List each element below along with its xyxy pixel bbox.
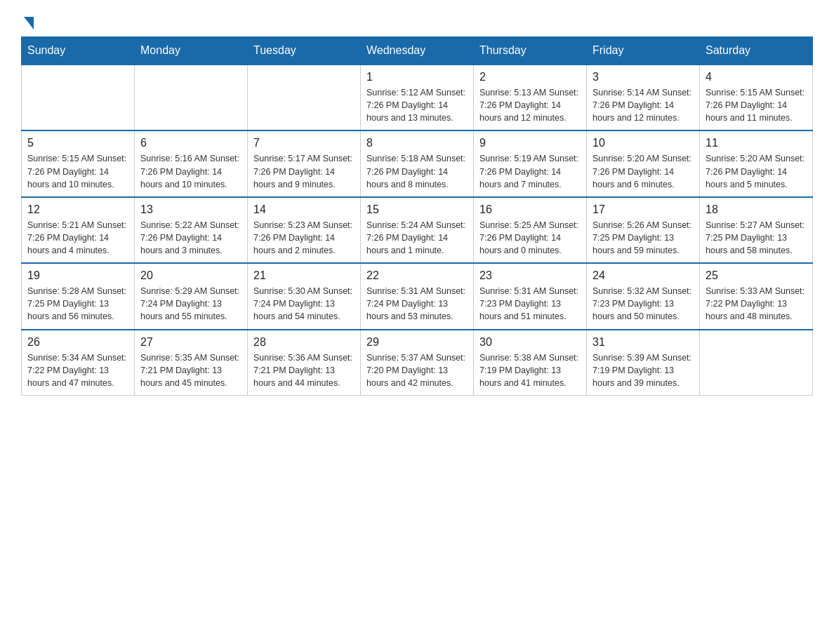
header-monday: Monday <box>135 37 248 65</box>
day-info: Sunrise: 5:32 AM Sunset: 7:23 PM Dayligh… <box>593 285 694 323</box>
calendar-cell: 16Sunrise: 5:25 AM Sunset: 7:26 PM Dayli… <box>474 197 587 263</box>
calendar-cell: 29Sunrise: 5:37 AM Sunset: 7:20 PM Dayli… <box>361 330 474 396</box>
day-number: 7 <box>253 137 355 149</box>
calendar-cell: 31Sunrise: 5:39 AM Sunset: 7:19 PM Dayli… <box>587 330 700 396</box>
day-info: Sunrise: 5:20 AM Sunset: 7:26 PM Dayligh… <box>593 152 694 190</box>
calendar-cell: 22Sunrise: 5:31 AM Sunset: 7:24 PM Dayli… <box>361 263 474 329</box>
calendar-week-row: 12Sunrise: 5:21 AM Sunset: 7:26 PM Dayli… <box>22 197 813 263</box>
day-info: Sunrise: 5:27 AM Sunset: 7:25 PM Dayligh… <box>706 219 807 257</box>
day-info: Sunrise: 5:24 AM Sunset: 7:26 PM Dayligh… <box>366 219 468 257</box>
calendar-cell: 4Sunrise: 5:15 AM Sunset: 7:26 PM Daylig… <box>700 65 813 130</box>
page-header <box>21 14 813 29</box>
day-number: 3 <box>593 71 694 83</box>
calendar-cell: 5Sunrise: 5:15 AM Sunset: 7:26 PM Daylig… <box>22 130 135 196</box>
day-number: 12 <box>27 203 128 216</box>
day-number: 31 <box>593 336 694 349</box>
day-number: 11 <box>706 137 807 149</box>
day-number: 17 <box>593 203 694 216</box>
day-info: Sunrise: 5:21 AM Sunset: 7:26 PM Dayligh… <box>27 219 128 257</box>
day-info: Sunrise: 5:15 AM Sunset: 7:26 PM Dayligh… <box>706 86 807 124</box>
calendar-cell <box>135 65 248 130</box>
day-info: Sunrise: 5:22 AM Sunset: 7:26 PM Dayligh… <box>140 219 241 257</box>
day-number: 21 <box>253 269 355 282</box>
calendar-cell: 7Sunrise: 5:17 AM Sunset: 7:26 PM Daylig… <box>248 130 361 196</box>
calendar-header-row: SundayMondayTuesdayWednesdayThursdayFrid… <box>22 37 813 65</box>
day-info: Sunrise: 5:36 AM Sunset: 7:21 PM Dayligh… <box>253 351 355 389</box>
day-info: Sunrise: 5:13 AM Sunset: 7:26 PM Dayligh… <box>479 86 581 124</box>
header-thursday: Thursday <box>474 37 587 65</box>
day-info: Sunrise: 5:14 AM Sunset: 7:26 PM Dayligh… <box>593 86 694 124</box>
calendar-cell: 18Sunrise: 5:27 AM Sunset: 7:25 PM Dayli… <box>700 197 813 263</box>
day-number: 27 <box>140 336 241 349</box>
day-info: Sunrise: 5:33 AM Sunset: 7:22 PM Dayligh… <box>706 285 807 323</box>
calendar-cell: 12Sunrise: 5:21 AM Sunset: 7:26 PM Dayli… <box>22 197 135 263</box>
day-info: Sunrise: 5:29 AM Sunset: 7:24 PM Dayligh… <box>140 285 241 323</box>
calendar-cell: 11Sunrise: 5:20 AM Sunset: 7:26 PM Dayli… <box>700 130 813 196</box>
logo-arrow-icon <box>24 17 34 29</box>
header-saturday: Saturday <box>700 37 813 65</box>
day-number: 23 <box>479 269 581 282</box>
day-info: Sunrise: 5:17 AM Sunset: 7:26 PM Dayligh… <box>253 152 355 190</box>
day-number: 13 <box>140 203 241 216</box>
calendar-cell: 13Sunrise: 5:22 AM Sunset: 7:26 PM Dayli… <box>135 197 248 263</box>
day-number: 6 <box>140 137 241 149</box>
calendar-cell: 1Sunrise: 5:12 AM Sunset: 7:26 PM Daylig… <box>361 65 474 130</box>
day-info: Sunrise: 5:35 AM Sunset: 7:21 PM Dayligh… <box>140 351 241 389</box>
calendar-cell: 9Sunrise: 5:19 AM Sunset: 7:26 PM Daylig… <box>474 130 587 196</box>
day-info: Sunrise: 5:31 AM Sunset: 7:23 PM Dayligh… <box>479 285 581 323</box>
day-info: Sunrise: 5:39 AM Sunset: 7:19 PM Dayligh… <box>593 351 694 389</box>
day-number: 28 <box>253 336 355 349</box>
calendar-cell <box>248 65 361 130</box>
calendar-week-row: 1Sunrise: 5:12 AM Sunset: 7:26 PM Daylig… <box>22 65 813 130</box>
calendar-week-row: 5Sunrise: 5:15 AM Sunset: 7:26 PM Daylig… <box>22 130 813 196</box>
day-number: 26 <box>27 336 128 349</box>
day-info: Sunrise: 5:34 AM Sunset: 7:22 PM Dayligh… <box>27 351 128 389</box>
calendar-cell: 17Sunrise: 5:26 AM Sunset: 7:25 PM Dayli… <box>587 197 700 263</box>
calendar-cell: 27Sunrise: 5:35 AM Sunset: 7:21 PM Dayli… <box>135 330 248 396</box>
header-wednesday: Wednesday <box>361 37 474 65</box>
calendar-week-row: 26Sunrise: 5:34 AM Sunset: 7:22 PM Dayli… <box>22 330 813 396</box>
calendar-cell: 21Sunrise: 5:30 AM Sunset: 7:24 PM Dayli… <box>248 263 361 329</box>
calendar-cell: 28Sunrise: 5:36 AM Sunset: 7:21 PM Dayli… <box>248 330 361 396</box>
calendar-cell: 15Sunrise: 5:24 AM Sunset: 7:26 PM Dayli… <box>361 197 474 263</box>
day-number: 2 <box>479 71 581 83</box>
day-info: Sunrise: 5:20 AM Sunset: 7:26 PM Dayligh… <box>706 152 807 190</box>
day-info: Sunrise: 5:37 AM Sunset: 7:20 PM Dayligh… <box>366 351 468 389</box>
calendar-cell <box>700 330 813 396</box>
day-info: Sunrise: 5:18 AM Sunset: 7:26 PM Dayligh… <box>366 152 468 190</box>
day-info: Sunrise: 5:12 AM Sunset: 7:26 PM Dayligh… <box>366 86 468 124</box>
calendar-week-row: 19Sunrise: 5:28 AM Sunset: 7:25 PM Dayli… <box>22 263 813 329</box>
calendar-cell: 19Sunrise: 5:28 AM Sunset: 7:25 PM Dayli… <box>22 263 135 329</box>
calendar-cell: 6Sunrise: 5:16 AM Sunset: 7:26 PM Daylig… <box>135 130 248 196</box>
calendar-cell: 30Sunrise: 5:38 AM Sunset: 7:19 PM Dayli… <box>474 330 587 396</box>
calendar-cell: 14Sunrise: 5:23 AM Sunset: 7:26 PM Dayli… <box>248 197 361 263</box>
day-number: 9 <box>479 137 581 149</box>
day-number: 8 <box>366 137 468 149</box>
day-number: 22 <box>366 269 468 282</box>
day-info: Sunrise: 5:19 AM Sunset: 7:26 PM Dayligh… <box>479 152 581 190</box>
day-info: Sunrise: 5:28 AM Sunset: 7:25 PM Dayligh… <box>27 285 128 323</box>
day-info: Sunrise: 5:26 AM Sunset: 7:25 PM Dayligh… <box>593 219 694 257</box>
day-number: 5 <box>27 137 128 149</box>
day-number: 10 <box>593 137 694 149</box>
calendar-cell: 24Sunrise: 5:32 AM Sunset: 7:23 PM Dayli… <box>587 263 700 329</box>
calendar-table: SundayMondayTuesdayWednesdayThursdayFrid… <box>21 36 813 396</box>
day-number: 25 <box>706 269 807 282</box>
day-number: 24 <box>593 269 694 282</box>
day-info: Sunrise: 5:23 AM Sunset: 7:26 PM Dayligh… <box>253 219 355 257</box>
day-number: 1 <box>366 71 468 83</box>
day-info: Sunrise: 5:31 AM Sunset: 7:24 PM Dayligh… <box>366 285 468 323</box>
header-friday: Friday <box>587 37 700 65</box>
logo <box>21 14 34 29</box>
day-number: 15 <box>366 203 468 216</box>
day-number: 18 <box>706 203 807 216</box>
day-info: Sunrise: 5:15 AM Sunset: 7:26 PM Dayligh… <box>27 152 128 190</box>
header-sunday: Sunday <box>22 37 135 65</box>
header-tuesday: Tuesday <box>248 37 361 65</box>
calendar-cell: 25Sunrise: 5:33 AM Sunset: 7:22 PM Dayli… <box>700 263 813 329</box>
day-number: 19 <box>27 269 128 282</box>
day-info: Sunrise: 5:25 AM Sunset: 7:26 PM Dayligh… <box>479 219 581 257</box>
day-number: 14 <box>253 203 355 216</box>
calendar-cell: 10Sunrise: 5:20 AM Sunset: 7:26 PM Dayli… <box>587 130 700 196</box>
day-info: Sunrise: 5:16 AM Sunset: 7:26 PM Dayligh… <box>140 152 241 190</box>
